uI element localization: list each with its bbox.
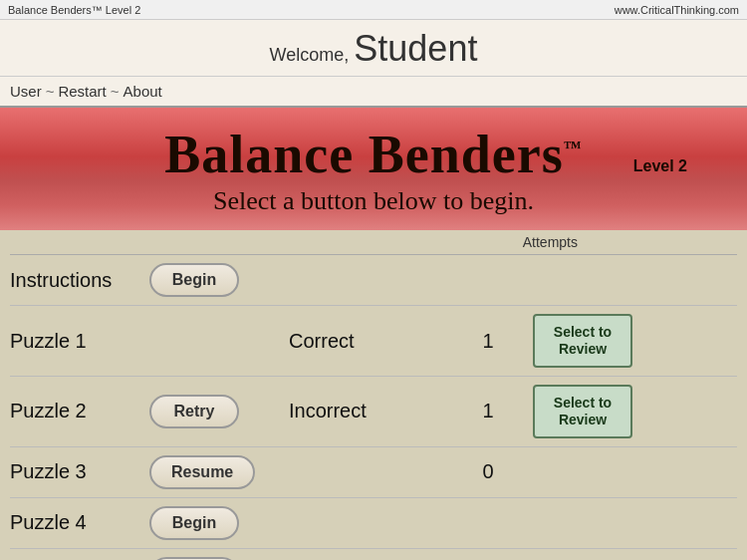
- table-row: Puzzle 5 Begin: [10, 549, 737, 560]
- table-row: Puzzle 2 Retry Incorrect 1 Select toRevi…: [10, 377, 737, 447]
- begin-puzzle5-button[interactable]: Begin: [149, 557, 239, 560]
- row-attempts: 1: [448, 400, 528, 422]
- table-row: Puzzle 4 Begin: [10, 498, 737, 549]
- row-review: Select toReview: [528, 385, 637, 438]
- app-title: Balance Benders™ Level 2: [8, 4, 140, 16]
- student-name: Student: [354, 28, 477, 69]
- retry-button[interactable]: Retry: [149, 395, 239, 428]
- website-label: www.CriticalThinking.com: [615, 4, 739, 16]
- row-name: Puzzle 1: [10, 330, 149, 353]
- nav-user[interactable]: User: [10, 83, 42, 100]
- row-button-col: Begin: [149, 557, 289, 560]
- table-row: Puzzle 1 Correct 1 Select toReview: [10, 306, 737, 377]
- banner-level: Level 2: [633, 157, 687, 175]
- content-area: Attempts Instructions Begin Puzzle 1 Cor…: [0, 230, 747, 560]
- nav-sep-1: ~: [46, 83, 55, 100]
- nav-about[interactable]: About: [124, 83, 162, 100]
- nav-bar: User ~ Restart ~ About: [0, 77, 747, 108]
- row-button-col: Begin: [149, 263, 289, 297]
- row-status: Correct: [289, 330, 448, 353]
- begin-instructions-button[interactable]: Begin: [149, 263, 239, 297]
- banner: Balance Benders™ Level 2 Select a button…: [0, 108, 747, 230]
- table-row: Instructions Begin: [10, 255, 737, 306]
- banner-tm: ™: [564, 138, 583, 157]
- row-review: Select toReview: [528, 314, 637, 368]
- attempts-label: Attempts: [523, 234, 578, 250]
- banner-subtitle: Select a button below to begin.: [10, 186, 737, 216]
- row-name: Instructions: [10, 269, 149, 292]
- table-row: Puzzle 3 Resume 0: [10, 447, 737, 498]
- nav-restart[interactable]: Restart: [58, 83, 106, 100]
- row-name: Puzzle 4: [10, 511, 149, 534]
- welcome-bar: Welcome, Student: [0, 20, 747, 77]
- row-status: Incorrect: [289, 400, 448, 422]
- row-attempts: 0: [448, 460, 528, 483]
- banner-title: Balance Benders™: [10, 126, 737, 184]
- row-attempts: 1: [448, 330, 528, 353]
- title-bar: Balance Benders™ Level 2 www.CriticalThi…: [0, 0, 747, 20]
- row-name: Puzzle 2: [10, 400, 149, 422]
- row-name: Puzzle 3: [10, 460, 149, 483]
- attempts-header: Attempts: [10, 230, 737, 255]
- row-button-col: Begin: [149, 506, 289, 540]
- select-to-review-button[interactable]: Select toReview: [533, 314, 632, 368]
- select-to-review-button[interactable]: Select toReview: [533, 385, 632, 438]
- row-button-col: Resume: [149, 455, 289, 489]
- row-button-col: Retry: [149, 395, 289, 428]
- nav-sep-2: ~: [111, 83, 120, 100]
- resume-button[interactable]: Resume: [149, 455, 255, 489]
- welcome-label: Welcome,: [270, 45, 350, 65]
- begin-puzzle4-button[interactable]: Begin: [149, 506, 239, 540]
